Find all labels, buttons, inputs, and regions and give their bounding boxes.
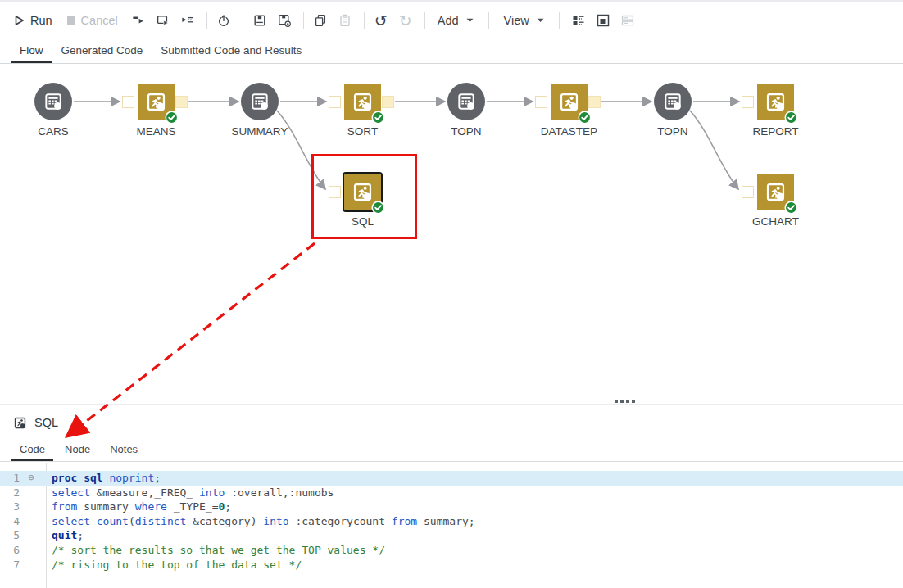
- submit-button[interactable]: [216, 13, 231, 28]
- run-to-node-button[interactable]: [156, 13, 170, 28]
- tab-submitted-code-results[interactable]: Submitted Code and Results: [152, 38, 310, 63]
- submit-icon: [217, 14, 230, 27]
- code-line[interactable]: 1⊖proc sql noprint;: [0, 471, 903, 486]
- data-table-icon: [249, 91, 270, 112]
- fold-spacer: [20, 486, 43, 500]
- splitter[interactable]: [0, 404, 903, 405]
- line-number: 6: [0, 543, 20, 558]
- task-runner-icon: [765, 91, 787, 113]
- run-to-node-icon: [157, 14, 170, 27]
- fold-spacer: [20, 558, 43, 572]
- code-text: select &measure,_FREQ_ into :overall,:nu…: [46, 486, 334, 500]
- paste-button[interactable]: [338, 13, 352, 28]
- fold-collapse-icon[interactable]: ⊖: [20, 471, 43, 486]
- code-text: select count(distinct &category) into :c…: [46, 514, 475, 529]
- code-text: /* rising to the top of the data set */: [46, 558, 302, 572]
- fold-spacer: [20, 500, 43, 514]
- cancel-button[interactable]: Cancel: [67, 14, 118, 27]
- output-port[interactable]: [175, 96, 188, 108]
- code-line[interactable]: 6/* sort the results so that we get the …: [0, 543, 903, 558]
- flow-tabs: Flow Generated Code Submitted Code and R…: [0, 38, 903, 64]
- paste-icon: [338, 14, 352, 27]
- flow-canvas[interactable]: CARS MEANS SUMMARY SORT TOPN: [0, 64, 903, 400]
- success-badge-icon: [784, 111, 798, 124]
- node-label: CARS: [38, 125, 69, 138]
- run-button[interactable]: Run: [14, 14, 52, 27]
- add-menu-button[interactable]: Add: [438, 14, 474, 27]
- run-selected-node-button[interactable]: [131, 13, 146, 28]
- node-label: TOPN: [451, 125, 481, 138]
- code-line[interactable]: 2select &measure,_FREQ_ into :overall,:n…: [0, 486, 903, 500]
- flow-node-summary[interactable]: SUMMARY: [241, 83, 279, 120]
- toolbar-separator: [424, 12, 425, 29]
- chevron-down-icon: [466, 18, 474, 23]
- maximize-panel-button[interactable]: [596, 13, 610, 28]
- flow-node-topn-1[interactable]: TOPN: [447, 83, 485, 120]
- input-port[interactable]: [742, 96, 754, 108]
- save-as-button[interactable]: [277, 13, 292, 28]
- view-menu-button[interactable]: View: [504, 14, 544, 27]
- input-port[interactable]: [742, 186, 754, 198]
- toolbar-separator: [559, 12, 560, 29]
- node-label: SORT: [347, 125, 378, 138]
- tab-code[interactable]: Code: [11, 439, 53, 461]
- code-text: /* sort the results so that we get the T…: [46, 543, 385, 558]
- flow-node-sort[interactable]: SORT: [344, 84, 381, 120]
- node-label: DATASTEP: [541, 125, 597, 138]
- flow-node-gchart[interactable]: GCHART: [757, 174, 794, 210]
- line-number: 5: [0, 528, 20, 543]
- output-port[interactable]: [588, 96, 601, 108]
- output-port[interactable]: [382, 96, 394, 108]
- input-port[interactable]: [329, 96, 341, 108]
- toolbar-separator: [364, 12, 365, 29]
- flow-node-topn-2[interactable]: TOPN: [654, 83, 692, 120]
- copy-icon: [314, 14, 327, 27]
- tab-flow[interactable]: Flow: [11, 38, 52, 63]
- code-text: proc sql noprint;: [46, 471, 161, 486]
- flow-node-means[interactable]: MEANS: [138, 84, 175, 120]
- line-number: 1: [0, 471, 20, 486]
- line-number: 3: [0, 500, 20, 514]
- undo-button[interactable]: ↺: [374, 13, 388, 28]
- redo-button[interactable]: ↻: [398, 13, 413, 28]
- flow-node-datastep[interactable]: DATASTEP: [551, 84, 588, 120]
- run-from-node-button[interactable]: [180, 13, 195, 28]
- fold-spacer: [20, 543, 43, 558]
- tab-notes[interactable]: Notes: [102, 439, 146, 461]
- split-panel-button[interactable]: [620, 13, 635, 28]
- node-label: MEANS: [136, 125, 175, 138]
- app-root: Run Cancel: [0, 0, 903, 588]
- code-line[interactable]: 5quit;: [0, 528, 903, 543]
- input-port[interactable]: [535, 96, 547, 108]
- splitter-handle-icon[interactable]: [615, 400, 635, 403]
- toolbar-separator: [488, 12, 489, 29]
- data-table-icon: [456, 91, 477, 112]
- annotation-highlight-box: [311, 154, 417, 239]
- code-line[interactable]: 4select count(distinct &category) into :…: [0, 514, 903, 529]
- tab-generated-code[interactable]: Generated Code: [53, 38, 152, 63]
- line-number: 4: [0, 514, 20, 529]
- success-badge-icon: [784, 201, 798, 215]
- input-port[interactable]: [122, 96, 134, 108]
- success-badge-icon: [165, 111, 179, 124]
- line-number: 2: [0, 486, 20, 500]
- code-line[interactable]: 7/* rising to the top of the data set */: [0, 558, 903, 572]
- flow-node-cars[interactable]: CARS: [34, 83, 72, 120]
- toolbar: Run Cancel: [0, 2, 903, 38]
- panel-title: SQL: [34, 416, 58, 429]
- run-label: Run: [30, 14, 52, 27]
- code-editor[interactable]: 1⊖proc sql noprint;2select &measure,_FRE…: [0, 463, 903, 588]
- show-details-button[interactable]: [571, 13, 586, 28]
- task-runner-icon: [352, 91, 374, 113]
- data-table-icon: [43, 91, 64, 112]
- tab-node[interactable]: Node: [57, 439, 98, 461]
- copy-button[interactable]: [313, 13, 328, 28]
- cancel-label: Cancel: [81, 14, 118, 27]
- flow-node-report[interactable]: REPORT: [757, 84, 794, 120]
- toolbar-separator: [206, 12, 207, 29]
- code-line[interactable]: 3from summary where _TYPE_=0;: [0, 500, 903, 514]
- maximize-panel-icon: [597, 14, 610, 27]
- save-button[interactable]: [252, 13, 267, 28]
- task-runner-icon: [765, 181, 787, 203]
- data-table-icon: [662, 91, 683, 112]
